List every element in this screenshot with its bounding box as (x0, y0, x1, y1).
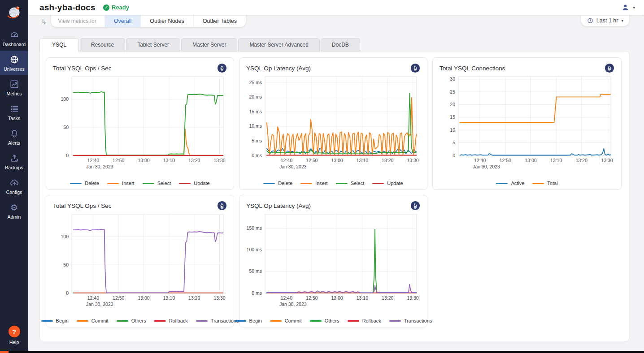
svg-text:13:30: 13:30 (213, 295, 225, 301)
legend-item-delete[interactable]: Delete (263, 181, 292, 186)
page-title: ash-yba-docs (39, 3, 96, 13)
tasks-icon (9, 104, 19, 114)
legend-label: Commit (285, 318, 302, 323)
user-menu[interactable]: ▾ (621, 3, 635, 12)
legend-item-insert[interactable]: Insert (300, 181, 328, 186)
legend-item-select[interactable]: Select (143, 181, 171, 186)
legend-item-begin[interactable]: Begin (41, 318, 69, 323)
svg-text:13:00: 13:00 (138, 295, 149, 301)
svg-text:13:30: 13:30 (407, 295, 418, 301)
svg-text:13:10: 13:10 (357, 295, 368, 301)
chart-plot[interactable]: 0 ms50 ms100 ms150 ms12:4012:5013:0013:1… (246, 211, 420, 315)
legend-item-rollback[interactable]: Rollback (154, 318, 188, 323)
sidebar-item-admin[interactable]: ⚙Admin (0, 198, 28, 223)
status-badge: ✓ Ready (103, 4, 129, 11)
legend-swatch (117, 320, 128, 322)
yugabyte-logo-icon[interactable] (0, 0, 28, 26)
svg-text:50 ms: 50 ms (249, 268, 262, 274)
sidebar-item-label: Dashboard (3, 42, 26, 47)
svg-text:13:00: 13:00 (331, 158, 343, 163)
legend-label: Begin (249, 318, 262, 323)
sidebar-item-tasks[interactable]: Tasks (0, 100, 28, 125)
legend-item-active[interactable]: Active (496, 181, 524, 186)
legend-item-update[interactable]: Update (372, 181, 403, 186)
svg-text:0: 0 (66, 153, 69, 158)
svg-text:13:30: 13:30 (213, 158, 225, 163)
status-text: Ready (112, 4, 129, 11)
svg-text:13:00: 13:00 (138, 158, 149, 163)
legend-item-begin[interactable]: Begin (235, 318, 262, 323)
scope-tab-outlier-tables[interactable]: Outlier Tables (193, 15, 246, 27)
prometheus-icon[interactable] (410, 201, 420, 211)
svg-text:25 ms: 25 ms (249, 80, 262, 85)
svg-text:Jan 30, 2023: Jan 30, 2023 (473, 164, 500, 169)
sidebar-item-universes[interactable]: Universes (0, 51, 28, 75)
sidebar-item-dashboard[interactable]: Dashboard (0, 26, 28, 51)
legend-item-rollback[interactable]: Rollback (348, 318, 381, 323)
chart-legend: DeleteInsertSelectUpdate (53, 181, 227, 186)
scope-label: View metrics for (51, 15, 104, 27)
legend-item-commit[interactable]: Commit (77, 318, 109, 323)
sidebar: DashboardUniversesMetricsTasksAlertsBack… (0, 0, 28, 351)
tab-docdb[interactable]: DocDB (321, 38, 360, 52)
sidebar-item-backups[interactable]: Backups (0, 149, 28, 174)
svg-text:13:00: 13:00 (331, 295, 343, 301)
scope-tab-overall[interactable]: Overall (104, 15, 141, 27)
sidebar-item-help[interactable]: ? Help (0, 326, 28, 351)
metric-tabs: YSQLResourceTablet ServerMaster ServerMa… (39, 38, 630, 52)
legend-item-transactions[interactable]: Transactions (196, 318, 239, 323)
chart-plot[interactable]: 0 ms5 ms10 ms15 ms20 ms25 ms12:4012:5013… (246, 74, 420, 178)
chart-plot[interactable]: 05010012:4012:5013:0013:1013:2013:30Jan … (53, 211, 227, 315)
legend-item-others[interactable]: Others (310, 318, 339, 323)
legend-item-update[interactable]: Update (179, 181, 209, 186)
sidebar-item-metrics[interactable]: Metrics (0, 75, 28, 100)
caret-down-icon: ▾ (633, 5, 635, 10)
tab-tablet-server[interactable]: Tablet Server (126, 38, 180, 52)
svg-text:5 ms: 5 ms (252, 138, 262, 143)
legend-item-select[interactable]: Select (336, 181, 365, 186)
legend-swatch (235, 320, 246, 322)
legend-label: Active (511, 181, 524, 186)
legend-label: Delete (278, 181, 292, 186)
legend-item-others[interactable]: Others (117, 318, 146, 323)
legend-swatch (196, 320, 208, 322)
svg-text:12:40: 12:40 (87, 295, 99, 301)
admin-icon: ⚙ (9, 202, 19, 212)
metrics-icon (9, 79, 19, 89)
prometheus-icon[interactable] (410, 63, 420, 73)
chart-card: Total YSQL Ops / Sec05010012:4012:5013:0… (46, 57, 234, 190)
sidebar-item-alerts[interactable]: Alerts (0, 125, 28, 149)
chart-card: YSQL Op Latency (Avg)0 ms50 ms100 ms150 … (239, 195, 427, 327)
legend-item-total[interactable]: Total (532, 181, 557, 186)
prometheus-icon[interactable] (217, 201, 227, 211)
legend-item-commit[interactable]: Commit (270, 318, 302, 323)
svg-text:20 ms: 20 ms (249, 94, 262, 99)
chart-title: YSQL Op Latency (Avg) (246, 202, 311, 209)
chart-title: Total YSQL Ops / Sec (53, 65, 112, 72)
return-arrow-icon: ↳ (41, 18, 47, 26)
prometheus-icon[interactable] (217, 63, 227, 73)
chart-plot[interactable]: 05101520253012:4012:5013:0013:1013:2013:… (439, 74, 614, 178)
chart-plot[interactable]: 05010012:4012:5013:0013:1013:2013:30Jan … (53, 74, 227, 178)
legend-item-transactions[interactable]: Transactions (389, 318, 432, 323)
tab-resource[interactable]: Resource (80, 38, 125, 52)
tab-master-server[interactable]: Master Server (181, 38, 237, 52)
svg-text:13:20: 13:20 (188, 158, 200, 163)
legend-item-insert[interactable]: Insert (107, 181, 135, 186)
time-range-button[interactable]: Last 1 hr ▾ (581, 15, 630, 26)
charts-grid: Total YSQL Ops / Sec05010012:4012:5013:0… (46, 57, 623, 327)
chart-title: Total YSQL Ops / Sec (53, 202, 112, 209)
legend-label: Transactions (404, 318, 432, 323)
legend-label: Commit (91, 318, 109, 323)
scope-tab-outlier-nodes[interactable]: Outlier Nodes (140, 15, 193, 27)
chart-card: Total YSQL Ops / Sec05010012:4012:5013:0… (46, 195, 234, 327)
svg-text:0: 0 (66, 290, 69, 296)
tab-ysql[interactable]: YSQL (39, 38, 79, 52)
legend-swatch (179, 183, 191, 184)
prometheus-icon[interactable] (605, 63, 614, 73)
svg-text:13:00: 13:00 (525, 158, 536, 163)
legend-label: Delete (85, 181, 99, 186)
legend-item-delete[interactable]: Delete (70, 181, 99, 186)
sidebar-item-configs[interactable]: Configs (0, 174, 28, 198)
tab-master-server-advanced[interactable]: Master Server Advanced (238, 38, 319, 52)
